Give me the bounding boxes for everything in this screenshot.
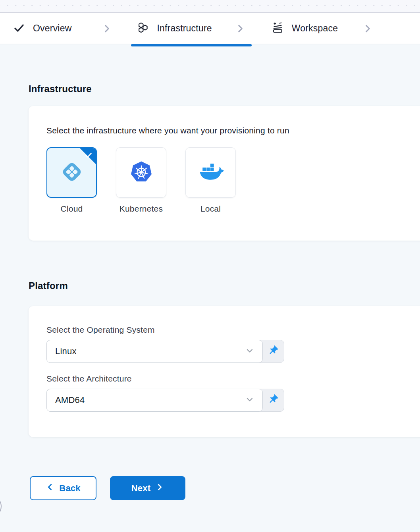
os-pin-button[interactable] (262, 340, 284, 362)
step-infrastructure-label: Infrastructure (157, 23, 212, 34)
infrastructure-card: Select the infrastructure where you want… (29, 106, 420, 241)
back-button-label: Back (59, 483, 80, 493)
kubernetes-tile[interactable] (116, 147, 166, 198)
layers-stack-icon (272, 21, 284, 35)
os-select[interactable]: Linux (46, 340, 263, 363)
step-overview-label: Overview (33, 23, 71, 34)
infrastructure-options: Cloud (46, 147, 408, 214)
chevron-down-icon (245, 395, 254, 406)
cloud-tile-label: Cloud (61, 204, 83, 214)
canvas-dot-grid (0, 0, 420, 13)
selected-check-icon (84, 151, 93, 161)
next-button[interactable]: Next (110, 476, 185, 500)
step-workspace[interactable]: Workspace (272, 21, 338, 35)
chevron-right-icon (155, 483, 164, 494)
arch-select[interactable]: AMD64 (46, 389, 263, 412)
active-step-indicator (131, 44, 252, 46)
chevron-left-icon (46, 483, 54, 494)
option-kubernetes: Kubernetes (116, 147, 166, 214)
option-cloud: Cloud (46, 147, 97, 214)
back-button[interactable]: Back (30, 476, 96, 500)
check-icon (13, 22, 25, 35)
cloud-tile[interactable] (46, 147, 97, 198)
wizard-footer: Back Next (30, 476, 420, 500)
arch-pin-button[interactable] (262, 389, 284, 411)
os-select-group: Linux (46, 340, 284, 363)
next-button-label: Next (131, 483, 151, 493)
step-overview[interactable]: Overview (13, 22, 71, 35)
local-tile[interactable] (185, 147, 236, 198)
arch-select-value: AMD64 (55, 395, 85, 405)
os-select-value: Linux (55, 346, 77, 357)
cloud-icon (59, 159, 85, 187)
os-select-label: Select the Operating System (46, 325, 408, 335)
chevron-separator-icon (235, 23, 245, 34)
pin-icon (268, 345, 279, 358)
option-local: Local (185, 147, 236, 214)
platform-card: Select the Operating System Linux Select… (29, 306, 420, 437)
step-infrastructure[interactable]: Infrastructure (137, 22, 212, 35)
infrastructure-prompt: Select the infrastructure where you want… (46, 126, 408, 135)
wizard-content: Infrastructure Select the infrastructure… (0, 83, 420, 500)
chevron-down-icon (245, 346, 254, 357)
docker-icon (197, 162, 225, 184)
arch-select-label: Select the Architecture (46, 374, 408, 384)
step-workspace-label: Workspace (292, 23, 338, 34)
pin-icon (268, 394, 279, 407)
hexagon-cluster-icon (137, 22, 149, 35)
wizard-stepper: Overview Infrastructure (0, 13, 420, 44)
kubernetes-tile-label: Kubernetes (119, 204, 163, 214)
infrastructure-section-title: Infrastructure (29, 83, 420, 94)
chevron-separator-icon (102, 23, 112, 34)
local-tile-label: Local (200, 204, 221, 214)
arch-select-group: AMD64 (46, 389, 284, 412)
platform-section-title: Platform (29, 280, 420, 291)
kubernetes-icon (129, 160, 154, 186)
chevron-separator-icon (362, 23, 373, 34)
